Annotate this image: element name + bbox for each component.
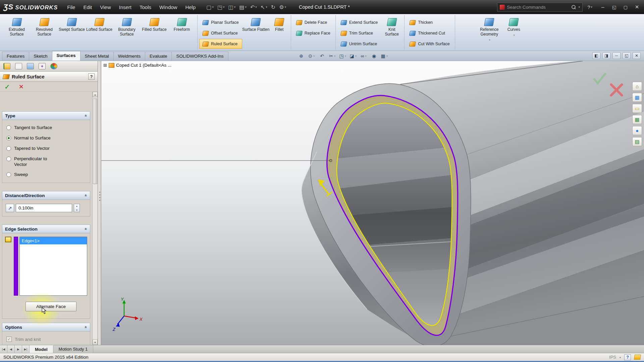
units-caret-icon[interactable]: ▴ [620,356,621,359]
radio-normal-to-surface[interactable]: Normal to Surface [5,133,88,143]
boundary-surface-button[interactable]: Boundary Surface [113,16,141,37]
restore-button[interactable]: ◱ [608,2,620,12]
fillet-button[interactable]: Fillet [270,16,289,32]
ok-button[interactable]: ✓ [4,83,10,91]
radio-sweep[interactable]: Sweep [5,170,88,180]
spinner-down-icon[interactable]: ▾ [74,208,79,212]
open-document-button[interactable]: ◳▾ [216,3,226,11]
feature-manager-tree-icon[interactable] [3,63,10,69]
scrollbar-thumb[interactable] [93,99,97,184]
trim-surface-button[interactable]: Trim Surface [337,28,381,38]
curves-button[interactable]: Curves▾ [503,16,525,37]
extruded-surface-button[interactable]: Extruded Surface [3,16,31,37]
nav-next-icon[interactable]: ▶ [15,345,22,353]
configuration-manager-icon[interactable] [27,63,34,69]
zoom-fit-button[interactable]: ⊕ [297,52,306,60]
radio-perpendicular-to-vector[interactable]: Perpendicular to Vector [5,154,62,170]
menu-help[interactable]: Help [181,3,200,12]
close-button[interactable]: ✕ [631,2,643,12]
tab-model[interactable]: Model [30,345,53,353]
status-help-button[interactable]: ? [624,354,631,360]
filled-surface-button[interactable]: Filled Surface [141,16,168,32]
trim-and-knit-checkbox-row[interactable]: ✓ Trim and knit [5,334,88,344]
surface-flatten-button[interactable]: Surface Flatten [242,16,270,32]
tab-features[interactable]: Features [2,52,29,61]
delete-face-button[interactable]: Delete Face [293,17,334,27]
maximize-button[interactable]: ▢ [620,2,631,12]
save-button[interactable]: ◫▾ [227,3,237,11]
search-input[interactable] [507,5,569,10]
edge-list-item[interactable]: Edge<1> [20,237,87,244]
knit-surface-button[interactable]: Knit Surface [381,16,402,37]
edit-appearance-button[interactable]: ◉ [370,52,378,60]
thicken-button[interactable]: Thicken [406,17,453,27]
model-3d-view[interactable]: Y X Z [101,61,644,345]
tab-sheet-metal[interactable]: Sheet Metal [80,52,114,61]
custom-properties-button[interactable]: ▨ [632,137,642,146]
nav-first-icon[interactable]: |◀ [0,345,7,353]
tab-sketch[interactable]: Sketch [29,52,52,61]
cancel-button[interactable]: ✕ [19,83,24,90]
doc-close-button[interactable]: ✕ [633,52,641,59]
menu-tools[interactable]: Tools [136,3,155,12]
distance-input[interactable] [16,204,72,212]
tab-solidworks-add-ins[interactable]: SOLIDWORKS Add-Ins [171,52,228,61]
display-manager-icon[interactable] [50,63,57,69]
panel-splitter[interactable] [98,61,101,345]
tab-weldments[interactable]: Weldments [113,52,145,61]
edge-selection-list[interactable]: Edge<1> [19,237,87,296]
expand-tree-icon[interactable]: ⊞ [103,63,107,67]
property-manager-icon[interactable] [15,63,22,69]
menu-window[interactable]: Window [155,3,181,12]
hide-show-items-button[interactable]: ∞▾ [359,52,368,60]
reference-geometry-button[interactable]: Reference Geometry▾ [476,16,503,42]
thickened-cut-button[interactable]: Thickened Cut [406,28,453,38]
view-palette-button[interactable]: ▦ [632,115,642,124]
view-orientation-button[interactable]: ◳▾ [338,52,347,60]
type-group-header[interactable]: Type « [2,111,90,120]
design-library-button[interactable]: ▦ [632,93,642,102]
tile-vertical-button[interactable]: ◨ [602,52,610,59]
options-button[interactable]: ⚙▾ [278,3,287,11]
doc-minimize-button[interactable]: ─ [612,52,621,59]
display-style-button[interactable]: ◪▾ [349,52,358,60]
checkbox-checked-icon[interactable]: ✓ [6,337,12,342]
help-menu[interactable]: ? ▾ [587,4,592,10]
extend-surface-button[interactable]: Extend Surface [337,17,381,27]
radio-tapered-to-vector[interactable]: Tapered to Vector [5,143,88,154]
untrim-surface-button[interactable]: Untrim Surface [337,39,381,49]
section-view-button[interactable]: ✂▾ [328,52,337,60]
appearances-scenes-button[interactable]: ● [632,126,642,135]
new-document-button[interactable]: ▢▾ [205,3,215,11]
previous-view-button[interactable]: ↶ [318,52,326,60]
file-explorer-button[interactable]: ▭ [632,104,642,113]
graphics-viewport[interactable]: Y X Z ⊞ Coped Cut 1 (Default<As ... ⌂ ▦ … [101,61,644,345]
feature-tree-root[interactable]: ⊞ Coped Cut 1 (Default<As ... [103,63,171,68]
tab-evaluate[interactable]: Evaluate [145,52,172,61]
menu-view[interactable]: View [96,3,115,12]
planar-surface-button[interactable]: Planar Surface [199,17,242,27]
undo-button[interactable]: ↶▾ [249,3,258,11]
apply-scene-button[interactable]: ▦▾ [380,52,389,60]
nav-last-icon[interactable]: ▶| [22,345,30,353]
freeform-button[interactable]: Freeform [168,16,196,32]
alternate-face-button[interactable]: Alternate Face [25,302,76,311]
tab-surfaces[interactable]: Surfaces [52,51,80,61]
distance-group-header[interactable]: Distance/Direction « [2,191,90,200]
pm-scrollbar[interactable]: ▴ ▾ [92,92,98,345]
edge-group-header[interactable]: Edge Selection « [2,225,90,233]
select-button[interactable]: ↖▾ [259,3,269,11]
tile-horizontal-button[interactable]: ◧ [592,52,600,59]
scroll-up-icon[interactable]: ▴ [93,92,98,97]
replace-face-button[interactable]: Replace Face [293,28,334,38]
zoom-area-button[interactable]: ⊙▾ [307,52,316,60]
dimxpert-manager-icon[interactable]: + [39,63,46,69]
doc-restore-button[interactable]: ◱ [623,52,631,59]
units-selector[interactable]: IPS [609,355,616,360]
revolved-surface-button[interactable]: Revolved Surface [31,16,58,37]
cut-with-surface-button[interactable]: Cut With Surface [406,39,453,49]
direction-icon[interactable]: ↗ [6,204,14,212]
menu-insert[interactable]: Insert [115,3,136,12]
spinner-up-icon[interactable]: ▴ [74,204,79,208]
lofted-surface-button[interactable]: Lofted Surface [86,16,113,32]
